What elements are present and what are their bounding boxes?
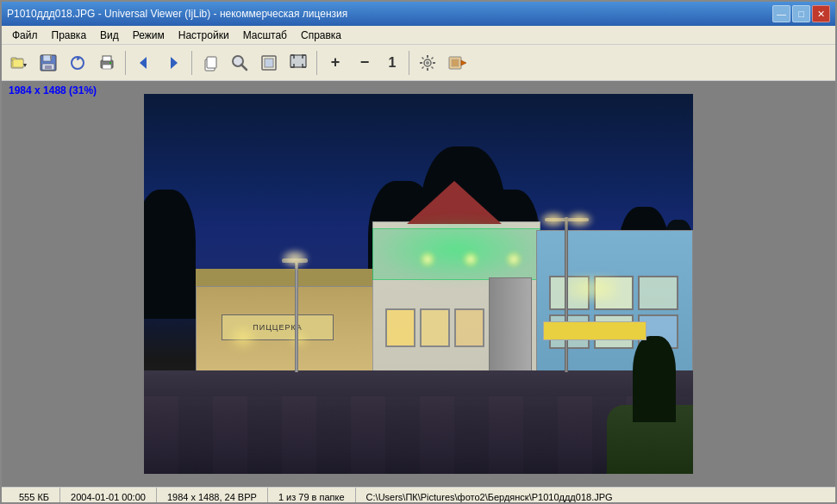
streetlight-left-pole [295,260,298,372]
streetlight-left-glow [282,250,308,267]
menu-item-файл[interactable]: Файл [5,26,45,45]
svg-point-14 [109,62,111,64]
svg-marker-15 [140,57,147,69]
menubar: ФайлПравкаВидРежимНастройкиМасштабСправк… [2,26,835,45]
titlebar-text: P1010ддд018.JPG - Universal Viewer (IjLi… [7,8,347,20]
image-dimensions-info: 1984 x 1488 (31%) [9,84,97,96]
print-button[interactable] [93,49,121,77]
fit-window-button[interactable] [255,49,283,77]
svg-rect-8 [45,65,52,69]
streetlight-center-pole [565,217,568,372]
svg-line-33 [432,57,434,59]
svg-line-31 [432,66,434,68]
slideshow-button[interactable] [443,49,471,77]
right-building-light [566,276,618,302]
svg-marker-16 [171,57,178,69]
menu-item-правка[interactable]: Правка [45,26,94,45]
maximize-button[interactable]: □ [792,5,810,22]
photo-container[interactable]: ПИЦЦЕРКА [144,94,693,474]
svg-rect-23 [290,55,306,67]
position-status: 1 из 79 в папке [268,488,356,504]
svg-point-25 [426,61,429,65]
menu-item-вид[interactable]: Вид [93,26,126,45]
titlebar-buttons: — □ ✕ [772,5,830,22]
zoom-glass-button[interactable] [226,49,253,77]
copy-button[interactable] [197,49,224,77]
lawn-tree [633,336,676,422]
statusbar: 555 КБ 2004-01-01 00:00 1984 x 1488, 24 … [2,487,835,504]
streetlight-center-glow-r [566,212,592,227]
tree-silhouette [144,190,196,319]
menu-item-настройки[interactable]: Настройки [172,26,236,45]
veranda-glow [372,215,540,284]
photo-canvas: ПИЦЦЕРКА [144,94,693,474]
menu-item-масштаб[interactable]: Масштаб [236,26,294,45]
filepath-status: C:\Users\ПК\Pictures\фото2\Бердянск\P101… [356,488,828,504]
titlebar: P1010ддд018.JPG - Universal Viewer (IjLi… [2,2,835,26]
building-deco-light-2 [463,252,478,267]
left-building-roof [196,269,377,286]
close-button[interactable]: ✕ [812,5,830,22]
menu-item-режим[interactable]: Режим [126,26,172,45]
filesize-status: 555 КБ [9,488,60,504]
zoom-100-button[interactable]: 1 [380,49,404,77]
right-building-sign [543,321,646,340]
dimensions-status: 1984 x 1488, 24 BPP [157,488,268,504]
save-button[interactable] [34,49,62,77]
svg-rect-22 [265,59,273,67]
svg-line-20 [241,65,247,70]
svg-rect-2 [13,59,23,67]
separator-2 [191,51,192,75]
zoom-in-button[interactable]: + [322,49,349,77]
zoom-out-button[interactable]: − [351,49,378,77]
settings-button[interactable] [414,49,441,77]
refresh-button[interactable] [64,49,91,77]
datetime-status: 2004-01-01 00:00 [60,488,157,504]
back-button[interactable] [130,49,158,77]
building-light [290,333,308,346]
separator-1 [125,51,126,75]
svg-rect-12 [103,56,111,61]
separator-3 [316,51,317,75]
forward-button[interactable] [159,49,187,77]
fullscreen-button[interactable] [284,49,312,77]
building-stairs [489,277,532,372]
svg-rect-5 [43,55,51,61]
minimize-button[interactable]: — [772,5,790,22]
svg-rect-35 [452,59,459,66]
building-deco-light-3 [506,252,522,267]
svg-rect-13 [103,65,111,69]
main-area: 1984 x 1488 (31%) ПИЦЦЕРКА [2,81,835,487]
building-deco-light-1 [420,252,435,267]
svg-marker-3 [23,64,27,67]
svg-marker-36 [461,60,466,65]
svg-rect-18 [207,57,216,68]
svg-rect-6 [50,55,52,59]
toolbar: + − 1 [2,45,835,81]
menu-item-справка[interactable]: Справка [294,26,348,45]
separator-4 [409,51,409,75]
svg-line-30 [422,57,424,59]
building-light [230,329,256,346]
streetlight-center-glow-l [540,212,566,227]
svg-line-32 [422,66,424,68]
open-button[interactable] [5,49,33,77]
